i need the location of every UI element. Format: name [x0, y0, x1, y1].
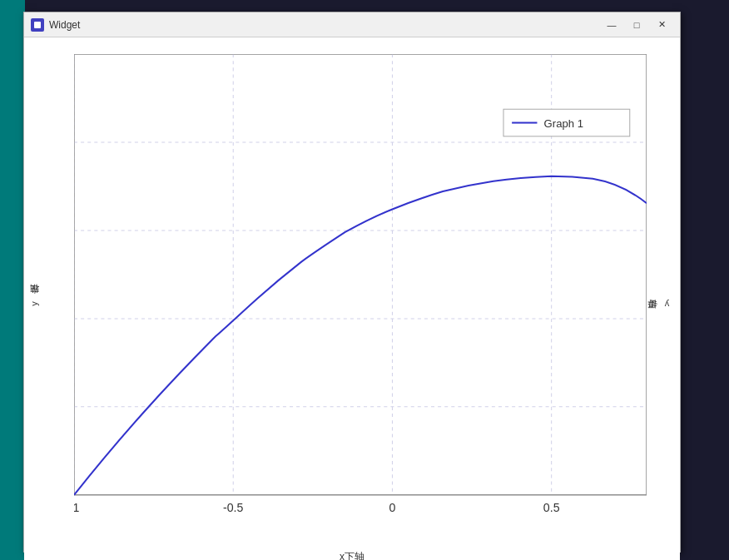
window-icon: [31, 18, 44, 32]
sidebar-strip: [0, 0, 25, 560]
plot-container: y左轴 y右轴: [24, 37, 680, 560]
plot-area: 0 0.2 0.4 0.6 0.8 -1 -0.5 0 0.5 Graph 1: [74, 54, 647, 529]
svg-text:0.5: 0.5: [543, 501, 560, 514]
close-button[interactable]: ✕: [650, 17, 673, 33]
chart-svg: 0 0.2 0.4 0.6 0.8 -1 -0.5 0 0.5 Graph 1: [74, 54, 647, 529]
svg-text:-1: -1: [74, 501, 79, 514]
maximize-button[interactable]: □: [625, 17, 648, 33]
x-axis-label: x下轴: [340, 550, 364, 560]
y-left-axis-label: y左轴: [28, 302, 41, 307]
minimize-button[interactable]: —: [600, 17, 623, 33]
svg-text:-0.5: -0.5: [223, 501, 243, 514]
y-right-axis-label: y右轴: [665, 298, 670, 310]
widget-window: Widget — □ ✕ y左轴 y右轴: [23, 12, 681, 553]
title-bar[interactable]: Widget — □ ✕: [24, 12, 680, 37]
svg-text:Graph 1: Graph 1: [544, 117, 583, 130]
svg-text:0: 0: [389, 501, 396, 514]
window-controls: — □ ✕: [600, 17, 673, 33]
window-title: Widget: [49, 19, 600, 31]
